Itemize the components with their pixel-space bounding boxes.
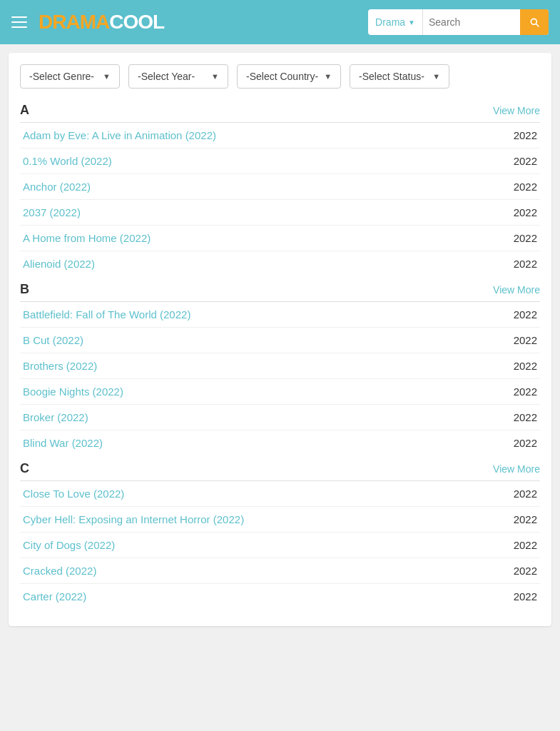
list-item[interactable]: Cracked (2022)2022 <box>20 558 540 584</box>
list-item[interactable]: A Home from Home (2022)2022 <box>20 226 540 251</box>
section-letter-C: C <box>20 461 29 476</box>
list-item[interactable]: 0.1% World (2022)2022 <box>20 148 540 174</box>
chevron-down-icon: ▼ <box>324 72 332 81</box>
header: DRAMA COOL Drama ▼ <box>0 0 560 44</box>
drama-title[interactable]: Cyber Hell: Exposing an Internet Horror … <box>23 513 244 525</box>
list-item[interactable]: Carter (2022)2022 <box>20 584 540 609</box>
drama-title[interactable]: Anchor (2022) <box>23 181 91 193</box>
drama-year: 2022 <box>514 258 537 270</box>
drama-title[interactable]: Boogie Nights (2022) <box>23 385 123 398</box>
chevron-down-icon: ▼ <box>103 72 111 81</box>
list-item[interactable]: Battlefield: Fall of The World (2022)202… <box>20 302 540 328</box>
list-item[interactable]: Boogie Nights (2022)2022 <box>20 379 540 405</box>
list-item[interactable]: 2037 (2022)2022 <box>20 200 540 226</box>
sections-container: AView MoreAdam by Eve: A Live in Animati… <box>20 103 540 609</box>
search-input-wrap <box>423 16 520 28</box>
search-category-dropdown[interactable]: Drama ▼ <box>368 9 423 35</box>
drama-title[interactable]: Battlefield: Fall of The World (2022) <box>23 308 190 321</box>
drama-year: 2022 <box>514 308 537 321</box>
drama-year: 2022 <box>514 513 537 525</box>
section-B: BView MoreBattlefield: Fall of The World… <box>20 282 540 455</box>
filter-status[interactable]: -Select Status-▼ <box>350 64 449 89</box>
section-A: AView MoreAdam by Eve: A Live in Animati… <box>20 103 540 276</box>
chevron-down-icon: ▼ <box>432 72 440 81</box>
drama-title[interactable]: Broker (2022) <box>23 411 88 423</box>
drama-year: 2022 <box>514 360 537 372</box>
drama-title[interactable]: B Cut (2022) <box>23 334 83 346</box>
filter-genre-label: -Select Genre- <box>29 71 94 82</box>
drama-year: 2022 <box>514 181 537 193</box>
drama-title[interactable]: 2037 (2022) <box>23 206 81 218</box>
filter-year[interactable]: -Select Year-▼ <box>128 64 228 89</box>
chevron-down-icon: ▼ <box>211 72 219 81</box>
drama-year: 2022 <box>514 232 537 244</box>
drama-year: 2022 <box>514 129 537 141</box>
view-more-C[interactable]: View More <box>493 463 540 475</box>
drama-year: 2022 <box>514 334 537 346</box>
search-icon <box>529 16 540 28</box>
list-item[interactable]: Close To Love (2022)2022 <box>20 481 540 507</box>
drama-year: 2022 <box>514 488 537 500</box>
drama-list-B: Battlefield: Fall of The World (2022)202… <box>20 302 540 455</box>
drama-year: 2022 <box>514 411 537 423</box>
list-item[interactable]: B Cut (2022)2022 <box>20 328 540 353</box>
section-header-B: BView More <box>20 282 540 302</box>
drama-year: 2022 <box>514 539 537 551</box>
search-input[interactable] <box>429 16 514 28</box>
drama-year: 2022 <box>514 437 537 449</box>
logo-cool-text: COOL <box>109 11 164 34</box>
filter-genre[interactable]: -Select Genre-▼ <box>20 64 120 89</box>
list-item[interactable]: Alienoid (2022)2022 <box>20 251 540 276</box>
drama-title[interactable]: 0.1% World (2022) <box>23 155 112 167</box>
view-more-B[interactable]: View More <box>493 284 540 296</box>
hamburger-menu[interactable] <box>11 16 27 28</box>
filter-row: -Select Genre-▼-Select Year-▼-Select Cou… <box>20 64 540 89</box>
drama-title[interactable]: Adam by Eve: A Live in Animation (2022) <box>23 129 216 141</box>
section-C: CView MoreClose To Love (2022)2022Cyber … <box>20 461 540 609</box>
section-letter-A: A <box>20 103 29 118</box>
drama-title[interactable]: Cracked (2022) <box>23 565 96 577</box>
list-item[interactable]: Broker (2022)2022 <box>20 405 540 430</box>
search-button[interactable] <box>520 9 549 35</box>
section-header-A: AView More <box>20 103 540 123</box>
logo: DRAMA COOL <box>39 11 164 34</box>
drama-title[interactable]: Blind War (2022) <box>23 437 103 449</box>
list-item[interactable]: Adam by Eve: A Live in Animation (2022)2… <box>20 123 540 148</box>
drama-title[interactable]: Alienoid (2022) <box>23 258 95 270</box>
drama-year: 2022 <box>514 385 537 398</box>
list-item[interactable]: Anchor (2022)2022 <box>20 174 540 200</box>
drama-title[interactable]: Close To Love (2022) <box>23 488 124 500</box>
filter-status-label: -Select Status- <box>359 71 424 82</box>
logo-drama-text: DRAMA <box>39 11 109 34</box>
list-item[interactable]: Brothers (2022)2022 <box>20 353 540 379</box>
view-more-A[interactable]: View More <box>493 105 540 116</box>
drama-title[interactable]: City of Dogs (2022) <box>23 539 115 551</box>
drama-title[interactable]: Brothers (2022) <box>23 360 97 372</box>
drama-list-C: Close To Love (2022)2022Cyber Hell: Expo… <box>20 481 540 609</box>
filter-year-label: -Select Year- <box>138 71 195 82</box>
list-item[interactable]: Blind War (2022)2022 <box>20 430 540 455</box>
chevron-down-icon: ▼ <box>408 19 415 26</box>
list-item[interactable]: Cyber Hell: Exposing an Internet Horror … <box>20 507 540 533</box>
search-category-label: Drama <box>375 16 405 28</box>
drama-year: 2022 <box>514 590 537 603</box>
main-content: -Select Genre-▼-Select Year-▼-Select Cou… <box>9 53 551 626</box>
drama-year: 2022 <box>514 206 537 218</box>
drama-title[interactable]: A Home from Home (2022) <box>23 232 151 244</box>
filter-country-label: -Select Country- <box>246 71 318 82</box>
drama-title[interactable]: Carter (2022) <box>23 590 86 603</box>
list-item[interactable]: City of Dogs (2022)2022 <box>20 533 540 558</box>
search-bar: Drama ▼ <box>368 9 549 35</box>
drama-year: 2022 <box>514 155 537 167</box>
section-letter-B: B <box>20 282 29 297</box>
drama-list-A: Adam by Eve: A Live in Animation (2022)2… <box>20 123 540 276</box>
filter-country[interactable]: -Select Country-▼ <box>237 64 341 89</box>
section-header-C: CView More <box>20 461 540 481</box>
drama-year: 2022 <box>514 565 537 577</box>
